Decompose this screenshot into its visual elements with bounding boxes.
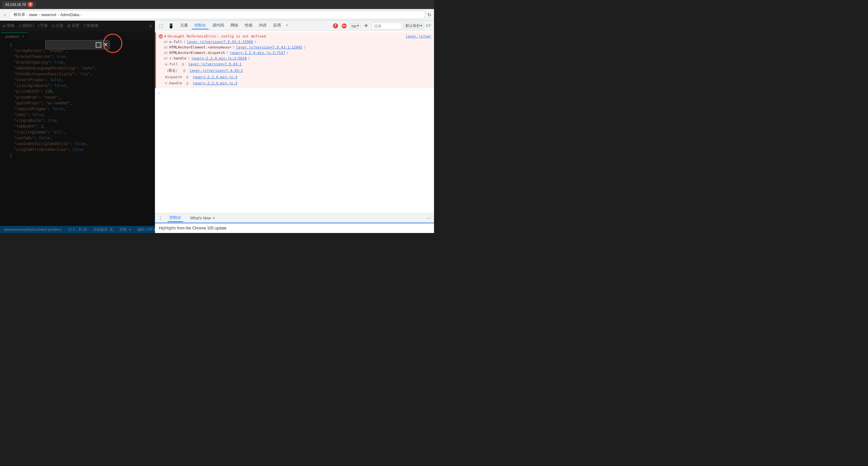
chevron-down-icon-2: ▾ [421,24,423,28]
sep4: › [81,12,82,17]
close-button[interactable]: ✕ [103,42,107,48]
error-block-1: ⓻ ▼ Uncaught ReferenceError: config is n… [155,32,434,88]
stack-file-link-1[interactable]: layer.js?version=7.9.43:1:15966 [187,40,253,44]
sep3: › [58,12,59,17]
tab-application[interactable]: 应用 [271,22,283,29]
stack-file-link-2[interactable]: layer.js?version=7.9.43:1:12845 [236,45,302,50]
log-file-link-2[interactable]: layer.js?version=7.9.43:1 [190,68,243,73]
restore-icon: ⧉ [97,43,100,47]
devtools-mobile-button[interactable]: 📱 [167,23,175,29]
tab-console[interactable]: 控制台 [192,22,209,29]
devtools-inspect-button[interactable]: ⬚ [158,23,164,29]
log-file-link-4[interactable]: jquery-2.2.4.min.js:3 [192,81,237,85]
filter-count: 1个 [426,23,431,28]
console-filter-box[interactable] [372,22,402,29]
tab-more-button[interactable]: » [285,22,289,29]
console-prompt[interactable]: › [155,89,434,97]
editor-panel: ⧉ ✕ ⇄ 替换 ↗ 跳转行 I 字体 U [0,21,155,233]
log-row-2: （匿名） @ layer.js?version=7.9.43:1 [159,67,431,74]
filter-input[interactable] [374,24,400,28]
breadcrumb-root: 根目录 [13,12,25,18]
log-row-4: r.handle @ jquery-2.2.4.min.js:3 [159,80,431,86]
stack-file-link-4[interactable]: jquery-2.2.4.min.js:3:5620 [191,56,247,60]
devtools-eye-button[interactable]: 👁 [363,23,370,29]
prompt-arrow: › [158,91,160,95]
sep1: › [27,12,28,17]
log-row-1: u.full @ layer.js?version=7.9.43:1 [159,61,431,67]
popup-overlay: ⧉ ✕ [0,21,155,233]
status-language: 语言: Text [163,227,178,232]
breadcrumb-wwwroot: wwwroot [41,12,57,17]
log-file-link-1[interactable]: layer.js?version=7.9.43:1 [188,62,242,66]
error-message: Uncaught ReferenceError: config is not d… [167,34,405,38]
error-count-badge: 7 [333,23,338,28]
level-filter-select[interactable]: 默认级别 ▾ [404,23,424,29]
devtools-topbar: ⬚ 📱 元素 控制台 源代码 网络 性能 内存 [155,21,434,31]
main-layout: ⧉ ✕ ⇄ 替换 ↗ 跳转行 I 字体 U [0,21,434,233]
log-file-link-3[interactable]: jquery-2.2.4.min.js:3 [192,75,237,79]
bottom-tab-whatsnew[interactable]: What's New ✕ [188,215,217,221]
popup-header: ⧉ ✕ [45,40,110,49]
devtools-right-controls: 7 ⛔ top ▾ 👁 默认级别 ▾ 1个 [333,22,431,29]
chevron-down-icon: ▾ [357,24,359,28]
stack-file-link-3[interactable]: jquery-2.2.4.min.js:3:7537 [229,51,285,55]
tab-network[interactable]: 网络 [228,22,241,29]
popup-box: ⧉ ✕ [45,40,110,50]
breadcrumb-www: www [29,12,37,17]
address-bar-row: ‹ 根目录 › www › wwwroot › AdmnDaka › ↻ [0,9,434,21]
bottom-more-button[interactable]: ⋯ [427,216,431,221]
stack-line-2: at HTMLAnchorElement.<anonymous> ( layer… [159,45,431,50]
devtools-settings-button[interactable]: ⛔ [340,23,348,29]
notification-badge: 0 [28,2,33,7]
breadcrumb[interactable]: 根目录 › www › wwwroot › AdmnDaka › [9,11,426,19]
whats-new-panel: Highlights from the Chrome 105 update [155,223,434,233]
restore-button[interactable]: ⧉ [96,42,101,48]
devtools-tab-list: 元素 控制台 源代码 网络 性能 内存 应用 [178,22,330,29]
ip-badge: 43.143.16.70 0 [3,1,35,8]
level-filter-dropdown[interactable]: top ▾ [350,23,361,28]
stack-line-1: at u.full ( layer.js?version=7.9.43:1:15… [159,39,431,45]
ip-text: 43.143.16.70 [5,3,26,6]
sep2: › [39,12,40,17]
tab-memory[interactable]: 内存 [256,22,269,29]
error-main-line: ⓻ ▼ Uncaught ReferenceError: config is n… [159,34,431,39]
log-row-3: dispatch @ jquery-2.2.4.min.js:3 [159,74,431,80]
stack-line-3: at HTMLAnchorElement.dispatch ( jquery-2… [159,50,431,56]
back-button[interactable]: ‹ [3,11,7,19]
devtools-bottom-bar: ⋮ 控制台 What's New ✕ ⋯ [155,213,434,223]
breadcrumb-admndaka: AdmnDaka [60,12,79,17]
devtools-panel: ⬚ 📱 元素 控制台 源代码 网络 性能 内存 [155,21,434,233]
tab-elements[interactable]: 元素 [178,22,190,29]
expand-error-icon[interactable]: ▼ [164,34,166,38]
browser-topbar: 43.143.16.70 0 [0,0,434,9]
drag-handle-icon[interactable]: ⋮ [158,215,162,221]
tab-performance[interactable]: 性能 [242,22,255,29]
refresh-button[interactable]: ↻ [428,12,431,18]
tab-sources[interactable]: 源代码 [210,22,227,29]
whatsnew-close-icon[interactable]: ✕ [212,216,215,221]
console-output: ⓻ ▼ Uncaught ReferenceError: config is n… [155,31,434,213]
error-icon: ⓻ [159,34,163,39]
stack-line-4: at r.handle ( jquery-2.2.4.min.js:3:5620… [159,56,431,61]
error-file-link-main[interactable]: layer.js?ver [406,34,431,38]
bottom-tab-console[interactable]: 控制台 [167,214,183,222]
